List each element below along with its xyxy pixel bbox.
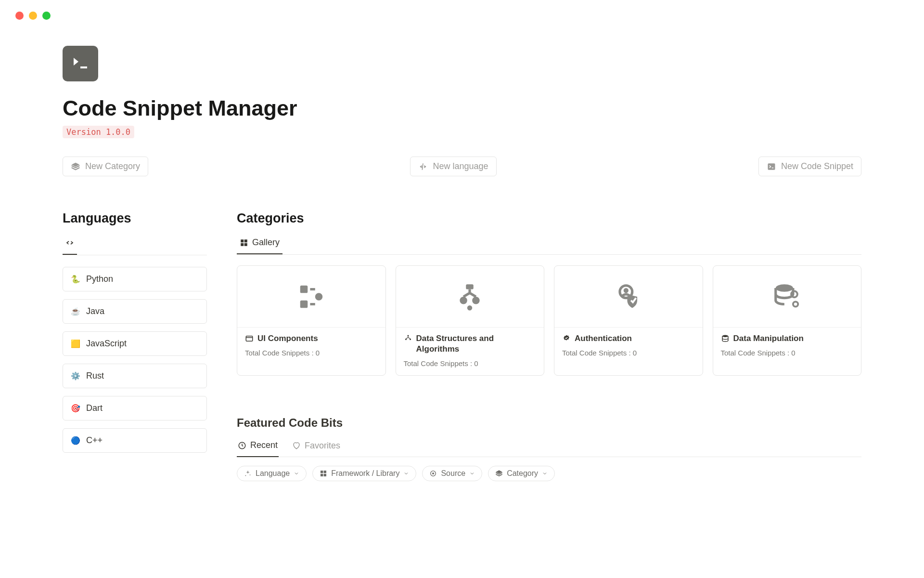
ui-components-icon (296, 282, 326, 312)
category-card-data-manipulation[interactable]: Data Manipulation Total Code Snippets : … (713, 265, 862, 376)
languages-section: Languages 🐍 Python ☕ Java 🟨 JavaScript (63, 211, 207, 481)
filter-category-label: Category (507, 469, 538, 478)
language-item-dart[interactable]: 🎯 Dart (63, 396, 207, 420)
category-meta: Total Code Snippets : 0 (562, 349, 695, 357)
chevron-down-icon (294, 471, 299, 476)
category-name: Data Manipulation (721, 333, 854, 344)
tab-favorites-label: Favorites (305, 441, 340, 451)
category-grid: UI Components Total Code Snippets : 0 Da… (237, 265, 861, 376)
code-icon (64, 237, 75, 248)
category-thumb (396, 266, 544, 328)
user-shield-icon (614, 282, 643, 312)
cpp-icon: 🔵 (71, 436, 80, 446)
category-thumb (237, 266, 385, 328)
rust-icon: ⚙️ (71, 371, 80, 381)
language-item-cpp[interactable]: 🔵 C++ (63, 428, 207, 453)
language-item-java[interactable]: ☕ Java (63, 299, 207, 324)
main-content: Categories Gallery UI Components (237, 211, 861, 481)
language-label: Dart (86, 403, 103, 413)
window-close-button[interactable] (15, 12, 24, 20)
category-name: Data Structures and Algorithms (404, 333, 537, 355)
category-thumb (713, 266, 861, 328)
filter-source-label: Source (441, 469, 465, 478)
java-icon: ☕ (71, 307, 80, 316)
sparkle-icon (244, 470, 252, 477)
svg-rect-5 (466, 284, 474, 289)
languages-tab-code[interactable] (63, 234, 77, 255)
actions-row: New Category New language New Code Snipp… (63, 157, 861, 176)
category-meta: Total Code Snippets : 0 (721, 349, 854, 357)
filter-language[interactable]: Language (237, 466, 307, 481)
svg-rect-4 (246, 336, 253, 342)
featured-section: Featured Code Bits Recent Favorites Lang… (237, 416, 861, 481)
language-list: 🐍 Python ☕ Java 🟨 JavaScript ⚙️ Rust 🎯 (63, 267, 207, 453)
layers-icon (71, 162, 80, 171)
category-meta: Total Code Snippets : 0 (404, 359, 537, 368)
window-controls (0, 0, 924, 20)
chevron-down-icon (469, 471, 475, 476)
category-thumb (554, 266, 703, 328)
language-label: JavaScript (86, 339, 127, 349)
svg-point-8 (467, 305, 472, 310)
language-item-python[interactable]: 🐍 Python (63, 267, 207, 291)
category-meta: Total Code Snippets : 0 (245, 349, 378, 357)
language-label: C++ (86, 435, 103, 446)
languages-tabs (63, 234, 207, 255)
svg-point-9 (407, 335, 409, 337)
svg-point-10 (405, 339, 407, 340)
tab-favorites[interactable]: Favorites (291, 436, 341, 457)
tab-gallery-label: Gallery (252, 237, 280, 248)
new-category-button[interactable]: New Category (63, 157, 148, 176)
svg-point-11 (410, 339, 411, 340)
svg-point-16 (793, 302, 798, 306)
verified-icon (562, 334, 571, 343)
category-card-authentication[interactable]: Authentication Total Code Snippets : 0 (554, 265, 703, 376)
svg-rect-1 (300, 285, 308, 293)
window-minimize-button[interactable] (29, 12, 37, 20)
version-badge: Version 1.0.0 (63, 126, 134, 138)
window-icon (245, 334, 254, 343)
new-language-button[interactable]: New language (410, 157, 496, 176)
language-label: Python (86, 274, 113, 284)
page-title: Code Snippet Manager (63, 96, 861, 121)
language-label: Rust (86, 371, 104, 381)
filter-source[interactable]: Source (422, 466, 482, 481)
window-maximize-button[interactable] (42, 12, 51, 20)
category-card-ui-components[interactable]: UI Components Total Code Snippets : 0 (237, 265, 386, 376)
category-name: UI Components (245, 333, 378, 344)
tab-recent[interactable]: Recent (237, 436, 279, 457)
heart-icon (292, 441, 301, 450)
tab-gallery[interactable]: Gallery (237, 234, 282, 254)
grid-icon (320, 470, 327, 477)
categories-title: Categories (237, 211, 861, 226)
language-item-rust[interactable]: ⚙️ Rust (63, 364, 207, 388)
svg-point-17 (722, 335, 728, 338)
dart-icon: 🎯 (71, 404, 80, 413)
filter-framework[interactable]: Framework / Library (312, 466, 416, 481)
filter-framework-label: Framework / Library (331, 469, 399, 478)
database-icon (721, 334, 730, 343)
filter-language-label: Language (256, 469, 290, 478)
svg-point-14 (776, 284, 793, 292)
svg-point-13 (623, 288, 628, 292)
new-snippet-label: New Code Snippet (781, 161, 853, 171)
new-snippet-button[interactable]: New Code Snippet (758, 157, 861, 176)
filter-category[interactable]: Category (488, 466, 555, 481)
code-icon (418, 162, 428, 171)
category-card-dsa[interactable]: Data Structures and Algorithms Total Cod… (396, 265, 545, 376)
featured-tabs: Recent Favorites (237, 436, 861, 457)
svg-point-6 (460, 297, 468, 304)
featured-title: Featured Code Bits (237, 416, 861, 430)
language-label: Java (86, 306, 104, 316)
javascript-icon: 🟨 (71, 339, 80, 349)
category-name: Authentication (562, 333, 695, 344)
app-icon (63, 46, 98, 81)
svg-point-7 (472, 297, 480, 304)
new-category-label: New Category (85, 161, 140, 171)
languages-title: Languages (63, 211, 207, 226)
tree-icon (404, 334, 412, 343)
target-icon (429, 470, 437, 477)
python-icon: 🐍 (71, 275, 80, 284)
svg-point-3 (315, 293, 323, 301)
language-item-javascript[interactable]: 🟨 JavaScript (63, 331, 207, 356)
